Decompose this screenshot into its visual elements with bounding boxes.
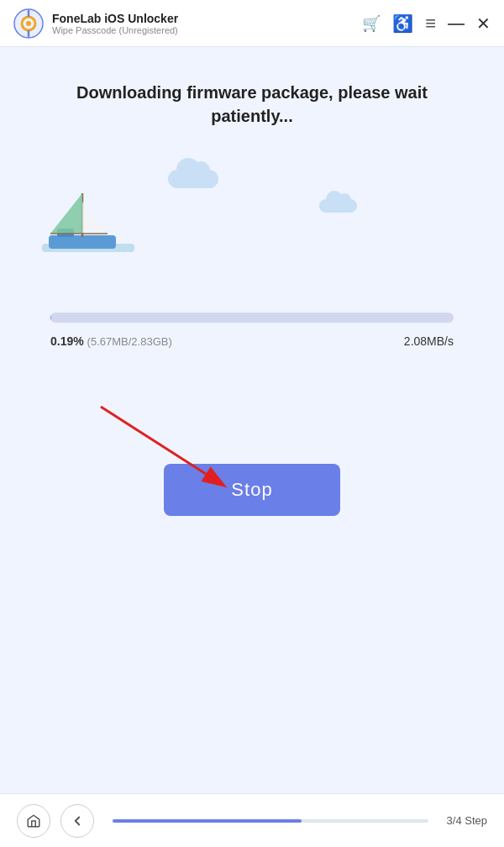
svg-line-13	[101, 407, 206, 474]
button-annotation-area: Stop	[34, 398, 470, 524]
main-content: Downloading firmware package, please wai…	[0, 47, 504, 524]
svg-marker-10	[82, 202, 108, 233]
accessibility-icon[interactable]: ♿	[392, 13, 413, 34]
title-bar: FoneLab iOS Unlocker Wipe Passcode (Unre…	[0, 0, 504, 47]
svg-rect-6	[49, 235, 116, 249]
progress-percent: 0.19%	[50, 334, 84, 348]
app-subtitle: Wipe Passcode (Unregistered)	[52, 25, 362, 35]
sky-background	[34, 153, 470, 271]
download-speed: 2.08MB/s	[404, 334, 454, 348]
back-button[interactable]	[60, 804, 94, 838]
app-icon	[13, 8, 44, 39]
bottom-progress-fill	[113, 819, 302, 823]
progress-size: (5.67MB/2.83GB)	[87, 335, 172, 348]
progress-info: 0.19% (5.67MB/2.83GB) 2.08MB/s	[50, 334, 454, 348]
window-controls: 🛒 ♿ ≡ — ✕	[362, 13, 491, 34]
svg-marker-9	[50, 193, 82, 234]
sailboat-illustration	[42, 178, 134, 262]
progress-text: 0.19% (5.67MB/2.83GB)	[50, 334, 172, 348]
home-button[interactable]	[17, 804, 50, 838]
progress-bar-track	[50, 313, 454, 323]
status-heading: Downloading firmware package, please wai…	[76, 81, 428, 128]
illustration-area	[34, 153, 470, 304]
svg-point-2	[26, 21, 31, 26]
minimize-icon[interactable]: —	[448, 13, 465, 33]
cloud-2	[319, 199, 357, 213]
cart-icon[interactable]: 🛒	[362, 14, 381, 33]
close-icon[interactable]: ✕	[476, 13, 491, 34]
title-text: FoneLab iOS Unlocker Wipe Passcode (Unre…	[52, 12, 362, 35]
app-name: FoneLab iOS Unlocker	[52, 12, 362, 25]
red-arrow	[84, 398, 252, 491]
progress-bar-fill	[50, 313, 51, 323]
cloud-1	[168, 170, 218, 188]
progress-section: 0.19% (5.67MB/2.83GB) 2.08MB/s	[34, 313, 470, 398]
step-indicator: 3/4 Step	[447, 814, 487, 827]
bottom-progress-track	[113, 819, 428, 823]
bottom-bar: 3/4 Step	[0, 793, 504, 847]
menu-icon[interactable]: ≡	[425, 13, 436, 34]
